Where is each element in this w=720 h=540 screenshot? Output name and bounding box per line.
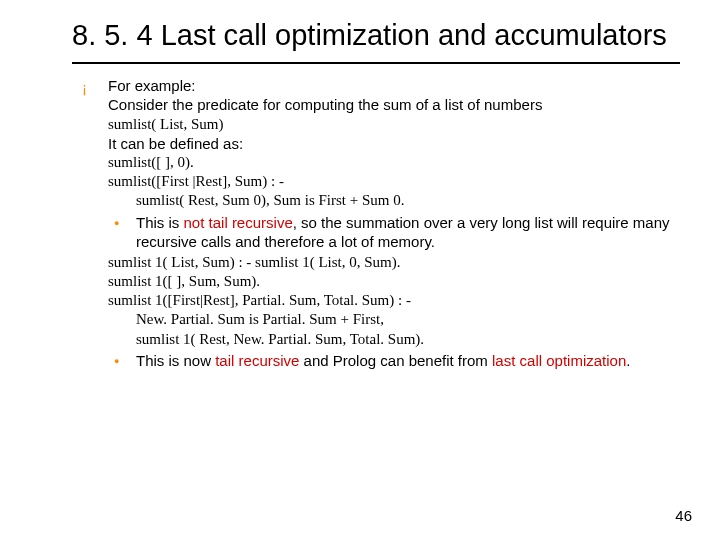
code1-c: sumlist( Rest, Sum 0), Sum is First + Su… <box>72 191 680 210</box>
defined-as: It can be defined as: <box>72 134 680 153</box>
bullet-l2-2: This is now tail recursive and Prolog ca… <box>108 351 680 370</box>
code1-b: sumlist([First |Rest], Sum) : - <box>72 172 680 191</box>
note2-p1: This is now <box>136 352 215 369</box>
note1-red: not tail recursive <box>184 214 293 231</box>
title-rule <box>72 62 680 64</box>
code-signature: sumlist( List, Sum) <box>72 115 680 134</box>
intro-line-1: For example: <box>108 76 680 95</box>
slide-body: For example: Consider the predicate for … <box>72 76 680 370</box>
code2-a: sumlist 1( List, Sum) : - sumlist 1( Lis… <box>72 253 680 272</box>
note2-p3: . <box>626 352 630 369</box>
code2-b: sumlist 1([ ], Sum, Sum). <box>72 272 680 291</box>
note2-r2: last call optimization <box>492 352 626 369</box>
bullet-l1: For example: Consider the predicate for … <box>72 76 680 114</box>
code1-a: sumlist([ ], 0). <box>72 153 680 172</box>
note2-p2: and Prolog can benefit from <box>299 352 492 369</box>
intro-line-2: Consider the predicate for computing the… <box>108 95 680 114</box>
slide-title: 8. 5. 4 Last call optimization and accum… <box>72 18 680 52</box>
page-number: 46 <box>675 507 692 524</box>
bullet-l2-1: This is not tail recursive, so the summa… <box>108 213 680 251</box>
slide: 8. 5. 4 Last call optimization and accum… <box>0 0 720 540</box>
note1-pre: This is <box>136 214 184 231</box>
code2-d: New. Partial. Sum is Partial. Sum + Firs… <box>72 310 680 329</box>
note2-r1: tail recursive <box>215 352 299 369</box>
code2-c: sumlist 1([First|Rest], Partial. Sum, To… <box>72 291 680 310</box>
code2-e: sumlist 1( Rest, New. Partial. Sum, Tota… <box>72 330 680 349</box>
